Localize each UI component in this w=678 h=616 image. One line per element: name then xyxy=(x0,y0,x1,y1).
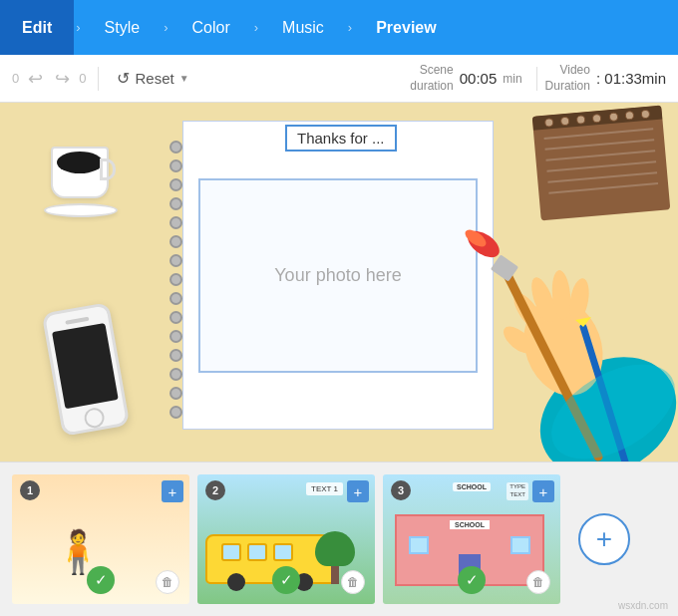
bn-ring xyxy=(543,118,553,128)
bn-ring xyxy=(641,109,651,119)
thanks-text-box[interactable]: Thanks for ... xyxy=(285,125,397,152)
spiral-ring xyxy=(170,349,182,362)
toolbar-divider-2 xyxy=(536,67,537,91)
redo-button[interactable]: ↪ xyxy=(50,64,75,94)
scene3-school-label: SCHOOL xyxy=(453,482,491,491)
nav-color-label: Color xyxy=(191,19,229,37)
spiral-ring xyxy=(170,216,182,229)
nav-item-edit[interactable]: Edit xyxy=(0,0,74,55)
spiral-ring xyxy=(170,178,182,191)
scene2-text-label: TEXT 1 xyxy=(306,482,343,495)
film-scene-3[interactable]: 3 + SCHOOL TYPETEXT SCHOOL ✓ 🗑 xyxy=(383,474,560,604)
svg-line-11 xyxy=(583,327,628,462)
spiral-ring xyxy=(170,141,182,154)
scene-number-1: 1 xyxy=(20,480,40,500)
nav-music-label: Music xyxy=(282,19,324,37)
scene-check-1[interactable]: ✓ xyxy=(87,566,115,594)
cup-coffee xyxy=(57,152,103,173)
nav-preview-label: Preview xyxy=(376,19,436,37)
spiral-ring xyxy=(170,406,182,419)
scene-check-3[interactable]: ✓ xyxy=(458,566,486,594)
photo-placeholder-box[interactable]: Your photo here xyxy=(198,178,478,373)
scene-add-btn-3[interactable]: + xyxy=(532,480,554,502)
brown-notepad xyxy=(532,106,671,221)
scene-duration-group: Sceneduration 00:05 min xyxy=(410,63,521,94)
saucer xyxy=(44,203,118,217)
bn-ring xyxy=(592,113,602,123)
scene-check-2[interactable]: ✓ xyxy=(272,566,300,594)
undo-count: 0 xyxy=(12,71,19,86)
film-scene-2[interactable]: 2 + TEXT 1 ✓ 🗑 xyxy=(197,474,375,604)
film-scene-1[interactable]: 1 + 🧍 ✓ 🗑 xyxy=(12,474,189,604)
spiral-ring xyxy=(170,292,182,305)
toolbar: 0 ↩ ↪ 0 ↺ Reset ▼ Sceneduration 00:05 mi… xyxy=(0,55,678,103)
nav-chevron-1: › xyxy=(76,20,80,35)
bn-ring xyxy=(576,115,586,125)
nav-item-style[interactable]: Style xyxy=(83,0,163,55)
nav-item-music[interactable]: Music xyxy=(260,0,346,55)
svg-point-1 xyxy=(510,287,616,407)
scene-add-btn-2[interactable]: + xyxy=(347,480,369,502)
svg-point-5 xyxy=(566,277,591,323)
filmstrip: 1 + 🧍 ✓ 🗑 2 + TEXT 1 ✓ 🗑 xyxy=(0,462,678,616)
cup-handle xyxy=(100,158,116,180)
spiral-ring xyxy=(170,273,182,286)
spiral-ring xyxy=(170,330,182,343)
nav-chevron-2: › xyxy=(164,20,168,35)
spiral-ring xyxy=(170,387,182,400)
spiral-ring xyxy=(170,159,182,172)
add-scene-button[interactable]: + xyxy=(578,513,630,565)
reset-dropdown-icon: ▼ xyxy=(179,73,189,84)
scene-duration-value: 00:05 xyxy=(460,70,498,87)
notepad-lines xyxy=(544,128,659,193)
notebook-wrap: Your photo here xyxy=(165,121,504,435)
video-duration-group: VideoDuration : 01:33min xyxy=(545,63,666,94)
redo-count: 0 xyxy=(79,71,86,86)
svg-point-13 xyxy=(535,345,678,462)
add-scene-icon: + xyxy=(596,523,612,555)
spiral-ring xyxy=(170,311,182,324)
svg-point-3 xyxy=(526,274,559,325)
phone-speaker xyxy=(65,317,89,325)
nav-chevron-3: › xyxy=(254,20,258,35)
top-nav: Edit › Style › Color › Music › Preview xyxy=(0,0,678,55)
reset-label: Reset xyxy=(135,70,173,87)
spiral-ring xyxy=(170,368,182,381)
scene-trash-3[interactable]: 🗑 xyxy=(526,570,550,594)
bn-ring xyxy=(625,110,635,120)
watermark: wsxdn.com xyxy=(618,600,668,611)
canvas-area: Your photo here Thanks for ... xyxy=(0,103,678,462)
notebook-page: Your photo here xyxy=(182,121,494,430)
nav-edit-label: Edit xyxy=(22,19,52,37)
scene-duration-unit: min xyxy=(503,72,521,86)
notepad-spiral-bar xyxy=(532,106,663,131)
scene-trash-2[interactable]: 🗑 xyxy=(341,570,365,594)
scene-add-btn-1[interactable]: + xyxy=(162,480,183,502)
phone-home-button xyxy=(83,407,106,430)
bn-ring xyxy=(560,116,570,126)
undo-button[interactable]: ↩ xyxy=(23,64,48,94)
video-duration-label: VideoDuration xyxy=(545,63,590,94)
svg-point-2 xyxy=(508,289,548,335)
thanks-text: Thanks for ... xyxy=(297,130,385,147)
reset-button[interactable]: ↺ Reset ▼ xyxy=(111,65,194,92)
nav-chevron-4: › xyxy=(348,20,352,35)
spiral-ring xyxy=(170,197,182,210)
bus-wheel-left xyxy=(227,573,245,591)
nav-item-preview[interactable]: Preview xyxy=(354,0,458,55)
bn-ring xyxy=(608,112,618,122)
scene-trash-1[interactable]: 🗑 xyxy=(156,570,179,594)
video-duration-value: : 01:33min xyxy=(596,70,666,87)
scene-number-3: 3 xyxy=(391,480,411,500)
nav-item-color[interactable]: Color xyxy=(170,0,251,55)
reset-icon: ↺ xyxy=(117,69,130,88)
phone-screen xyxy=(52,323,119,409)
coffee-cup xyxy=(42,133,122,222)
svg-line-7 xyxy=(504,267,598,457)
spiral-ring xyxy=(170,254,182,267)
nav-style-label: Style xyxy=(105,19,141,37)
toolbar-divider xyxy=(98,67,99,91)
svg-marker-12 xyxy=(575,317,591,327)
photo-placeholder-text: Your photo here xyxy=(274,265,401,286)
phone xyxy=(42,302,131,437)
